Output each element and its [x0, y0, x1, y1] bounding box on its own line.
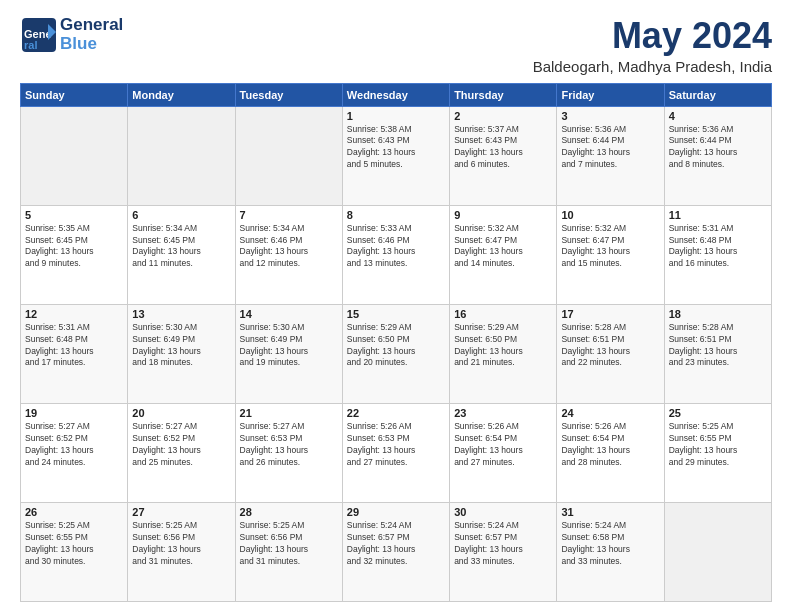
day-number: 12 [25, 308, 123, 320]
calendar-cell: 12Sunrise: 5:31 AM Sunset: 6:48 PM Dayli… [21, 304, 128, 403]
calendar-week-3: 12Sunrise: 5:31 AM Sunset: 6:48 PM Dayli… [21, 304, 772, 403]
day-info: Sunrise: 5:24 AM Sunset: 6:57 PM Dayligh… [347, 520, 445, 568]
day-number: 7 [240, 209, 338, 221]
day-info: Sunrise: 5:26 AM Sunset: 6:53 PM Dayligh… [347, 421, 445, 469]
calendar-cell: 7Sunrise: 5:34 AM Sunset: 6:46 PM Daylig… [235, 205, 342, 304]
calendar-cell: 25Sunrise: 5:25 AM Sunset: 6:55 PM Dayli… [664, 403, 771, 502]
calendar-cell: 18Sunrise: 5:28 AM Sunset: 6:51 PM Dayli… [664, 304, 771, 403]
day-info: Sunrise: 5:38 AM Sunset: 6:43 PM Dayligh… [347, 124, 445, 172]
calendar-cell: 3Sunrise: 5:36 AM Sunset: 6:44 PM Daylig… [557, 106, 664, 205]
day-info: Sunrise: 5:31 AM Sunset: 6:48 PM Dayligh… [25, 322, 123, 370]
day-number: 21 [240, 407, 338, 419]
calendar-week-5: 26Sunrise: 5:25 AM Sunset: 6:55 PM Dayli… [21, 502, 772, 601]
calendar-cell: 22Sunrise: 5:26 AM Sunset: 6:53 PM Dayli… [342, 403, 449, 502]
day-info: Sunrise: 5:29 AM Sunset: 6:50 PM Dayligh… [454, 322, 552, 370]
calendar-table: Sunday Monday Tuesday Wednesday Thursday… [20, 83, 772, 602]
day-number: 10 [561, 209, 659, 221]
day-info: Sunrise: 5:36 AM Sunset: 6:44 PM Dayligh… [561, 124, 659, 172]
day-number: 1 [347, 110, 445, 122]
day-number: 31 [561, 506, 659, 518]
day-info: Sunrise: 5:34 AM Sunset: 6:46 PM Dayligh… [240, 223, 338, 271]
day-number: 13 [132, 308, 230, 320]
calendar-cell: 4Sunrise: 5:36 AM Sunset: 6:44 PM Daylig… [664, 106, 771, 205]
subtitle: Baldeogarh, Madhya Pradesh, India [533, 58, 772, 75]
day-number: 23 [454, 407, 552, 419]
calendar-cell: 14Sunrise: 5:30 AM Sunset: 6:49 PM Dayli… [235, 304, 342, 403]
calendar-cell: 1Sunrise: 5:38 AM Sunset: 6:43 PM Daylig… [342, 106, 449, 205]
calendar-cell: 5Sunrise: 5:35 AM Sunset: 6:45 PM Daylig… [21, 205, 128, 304]
day-number: 8 [347, 209, 445, 221]
day-info: Sunrise: 5:27 AM Sunset: 6:53 PM Dayligh… [240, 421, 338, 469]
calendar-cell: 19Sunrise: 5:27 AM Sunset: 6:52 PM Dayli… [21, 403, 128, 502]
day-number: 3 [561, 110, 659, 122]
col-sunday: Sunday [21, 83, 128, 106]
day-number: 15 [347, 308, 445, 320]
calendar-cell: 9Sunrise: 5:32 AM Sunset: 6:47 PM Daylig… [450, 205, 557, 304]
calendar-cell: 20Sunrise: 5:27 AM Sunset: 6:52 PM Dayli… [128, 403, 235, 502]
day-info: Sunrise: 5:28 AM Sunset: 6:51 PM Dayligh… [669, 322, 767, 370]
day-info: Sunrise: 5:27 AM Sunset: 6:52 PM Dayligh… [132, 421, 230, 469]
day-info: Sunrise: 5:25 AM Sunset: 6:55 PM Dayligh… [25, 520, 123, 568]
day-info: Sunrise: 5:35 AM Sunset: 6:45 PM Dayligh… [25, 223, 123, 271]
day-number: 2 [454, 110, 552, 122]
calendar-cell: 29Sunrise: 5:24 AM Sunset: 6:57 PM Dayli… [342, 502, 449, 601]
calendar-cell: 24Sunrise: 5:26 AM Sunset: 6:54 PM Dayli… [557, 403, 664, 502]
day-number: 28 [240, 506, 338, 518]
calendar-week-2: 5Sunrise: 5:35 AM Sunset: 6:45 PM Daylig… [21, 205, 772, 304]
day-number: 26 [25, 506, 123, 518]
day-number: 22 [347, 407, 445, 419]
calendar-cell: 23Sunrise: 5:26 AM Sunset: 6:54 PM Dayli… [450, 403, 557, 502]
day-info: Sunrise: 5:29 AM Sunset: 6:50 PM Dayligh… [347, 322, 445, 370]
day-number: 19 [25, 407, 123, 419]
day-number: 20 [132, 407, 230, 419]
col-saturday: Saturday [664, 83, 771, 106]
day-info: Sunrise: 5:27 AM Sunset: 6:52 PM Dayligh… [25, 421, 123, 469]
day-info: Sunrise: 5:25 AM Sunset: 6:55 PM Dayligh… [669, 421, 767, 469]
calendar-week-4: 19Sunrise: 5:27 AM Sunset: 6:52 PM Dayli… [21, 403, 772, 502]
day-info: Sunrise: 5:24 AM Sunset: 6:58 PM Dayligh… [561, 520, 659, 568]
day-info: Sunrise: 5:34 AM Sunset: 6:45 PM Dayligh… [132, 223, 230, 271]
col-wednesday: Wednesday [342, 83, 449, 106]
day-info: Sunrise: 5:37 AM Sunset: 6:43 PM Dayligh… [454, 124, 552, 172]
day-info: Sunrise: 5:25 AM Sunset: 6:56 PM Dayligh… [240, 520, 338, 568]
calendar-cell: 10Sunrise: 5:32 AM Sunset: 6:47 PM Dayli… [557, 205, 664, 304]
calendar-cell: 2Sunrise: 5:37 AM Sunset: 6:43 PM Daylig… [450, 106, 557, 205]
calendar-cell: 6Sunrise: 5:34 AM Sunset: 6:45 PM Daylig… [128, 205, 235, 304]
calendar-cell: 11Sunrise: 5:31 AM Sunset: 6:48 PM Dayli… [664, 205, 771, 304]
page: Gene ral General Blue May 2024 Baldeogar… [0, 0, 792, 612]
calendar-cell [128, 106, 235, 205]
day-number: 30 [454, 506, 552, 518]
day-number: 25 [669, 407, 767, 419]
col-monday: Monday [128, 83, 235, 106]
day-number: 24 [561, 407, 659, 419]
calendar-cell: 21Sunrise: 5:27 AM Sunset: 6:53 PM Dayli… [235, 403, 342, 502]
day-info: Sunrise: 5:31 AM Sunset: 6:48 PM Dayligh… [669, 223, 767, 271]
calendar-cell: 17Sunrise: 5:28 AM Sunset: 6:51 PM Dayli… [557, 304, 664, 403]
calendar-cell [21, 106, 128, 205]
col-tuesday: Tuesday [235, 83, 342, 106]
day-number: 17 [561, 308, 659, 320]
day-number: 6 [132, 209, 230, 221]
calendar-cell: 27Sunrise: 5:25 AM Sunset: 6:56 PM Dayli… [128, 502, 235, 601]
day-info: Sunrise: 5:36 AM Sunset: 6:44 PM Dayligh… [669, 124, 767, 172]
calendar-cell: 16Sunrise: 5:29 AM Sunset: 6:50 PM Dayli… [450, 304, 557, 403]
svg-text:ral: ral [24, 39, 37, 51]
calendar-cell [664, 502, 771, 601]
day-info: Sunrise: 5:30 AM Sunset: 6:49 PM Dayligh… [240, 322, 338, 370]
day-number: 27 [132, 506, 230, 518]
main-title: May 2024 [533, 16, 772, 56]
day-number: 14 [240, 308, 338, 320]
calendar-header-row: Sunday Monday Tuesday Wednesday Thursday… [21, 83, 772, 106]
calendar-cell: 13Sunrise: 5:30 AM Sunset: 6:49 PM Dayli… [128, 304, 235, 403]
calendar-week-1: 1Sunrise: 5:38 AM Sunset: 6:43 PM Daylig… [21, 106, 772, 205]
day-info: Sunrise: 5:25 AM Sunset: 6:56 PM Dayligh… [132, 520, 230, 568]
col-thursday: Thursday [450, 83, 557, 106]
day-info: Sunrise: 5:33 AM Sunset: 6:46 PM Dayligh… [347, 223, 445, 271]
title-block: May 2024 Baldeogarh, Madhya Pradesh, Ind… [533, 16, 772, 75]
calendar-cell: 30Sunrise: 5:24 AM Sunset: 6:57 PM Dayli… [450, 502, 557, 601]
day-number: 18 [669, 308, 767, 320]
logo-line2: Blue [60, 35, 123, 54]
day-number: 29 [347, 506, 445, 518]
day-info: Sunrise: 5:30 AM Sunset: 6:49 PM Dayligh… [132, 322, 230, 370]
day-info: Sunrise: 5:28 AM Sunset: 6:51 PM Dayligh… [561, 322, 659, 370]
